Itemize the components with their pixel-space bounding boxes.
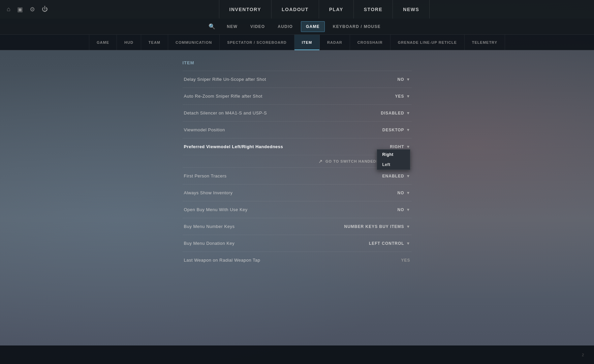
setting-row-open-buy-menu: Open Buy Menu With Use Key NO ▼ (183, 201, 412, 218)
tab-game[interactable]: GAME (301, 21, 325, 32)
dropdown-option-left[interactable]: Left (377, 160, 410, 170)
nav-icons: ⌂ ▣ ⚙ ⏻ (7, 6, 48, 13)
setting-row-viewmodel-position: Viewmodel Position DESKTOP ▼ (183, 121, 412, 138)
setting-label-viewmodel-position: Viewmodel Position (184, 127, 225, 132)
settings-tab-telemetry[interactable]: TELEMETRY (465, 35, 505, 50)
version-text: 2 (582, 353, 584, 357)
content-area: Item Delay Sniper Rifle Un-Scope after S… (0, 50, 594, 278)
setting-row-delay-sniper: Delay Sniper Rifle Un-Scope after Shot N… (183, 71, 412, 88)
setting-row-auto-rezoom: Auto Re-Zoom Sniper Rifle after Shot YES… (183, 88, 412, 104)
setting-row-buy-menu-number-keys: Buy Menu Number Keys NUMBER KEYS BUY ITE… (183, 218, 412, 235)
power-icon[interactable]: ⏻ (42, 6, 48, 13)
external-link-icon: ↗ (318, 159, 323, 164)
tab-video[interactable]: VIDEO (246, 21, 270, 32)
settings-tab-grenade[interactable]: GRENADE LINE-UP RETICLE (390, 35, 465, 50)
setting-label-preferred-handedness: Preferred Viewmodel Left/Right Handednes… (184, 144, 283, 149)
top-nav: ⌂ ▣ ⚙ ⏻ INVENTORY LOADOUT PLAY STORE NEW… (0, 0, 594, 19)
setting-value-text-viewmodel-position: DESKTOP (382, 128, 404, 132)
chevron-down-icon-10: ▼ (406, 241, 410, 246)
setting-label-open-buy-menu: Open Buy Menu With Use Key (184, 207, 248, 212)
chevron-down-icon-9: ▼ (406, 224, 410, 229)
chevron-down-icon: ▼ (406, 77, 410, 82)
setting-value-text-auto-rezoom: YES (395, 94, 404, 99)
setting-value-always-show-inventory[interactable]: NO ▼ (398, 191, 410, 195)
home-icon[interactable]: ⌂ (7, 6, 10, 13)
setting-value-text-open-buy-menu: NO (398, 207, 404, 212)
setting-label-buy-menu-number-keys: Buy Menu Number Keys (184, 224, 235, 229)
setting-row-preferred-handedness: Preferred Viewmodel Left/Right Handednes… (183, 138, 412, 155)
setting-value-delay-sniper[interactable]: NO ▼ (398, 77, 410, 82)
main-nav: INVENTORY LOADOUT PLAY STORE NEWS (61, 0, 587, 19)
settings-panel: Item Delay Sniper Rifle Un-Scope after S… (183, 60, 412, 268)
tv-icon[interactable]: ▣ (17, 6, 23, 13)
settings-tab-hud[interactable]: HUD (117, 35, 141, 50)
second-nav: 🔍 NEW VIDEO AUDIO GAME KEYBOARD / MOUSE (0, 19, 594, 35)
settings-tab-item[interactable]: ITEM (294, 35, 320, 50)
chevron-down-icon-8: ▼ (406, 207, 410, 212)
setting-value-text-last-weapon-radial: YES (401, 258, 410, 263)
chevron-down-icon-2: ▼ (406, 94, 410, 99)
setting-value-text-detach-silencer: DISABLED (381, 111, 404, 115)
setting-value-auto-rezoom[interactable]: YES ▼ (395, 94, 410, 99)
setting-row-always-show-inventory: Always Show Inventory NO ▼ (183, 184, 412, 201)
settings-tab-communication[interactable]: COMMUNICATION (168, 35, 220, 50)
settings-tab-radar[interactable]: RADAR (320, 35, 350, 50)
nav-store[interactable]: STORE (354, 0, 393, 19)
nav-inventory[interactable]: INVENTORY (219, 0, 272, 19)
chevron-down-icon-4: ▼ (406, 128, 410, 132)
setting-value-buy-menu-number-keys[interactable]: NUMBER KEYS BUY ITEMS ▼ (344, 224, 410, 229)
setting-label-auto-rezoom: Auto Re-Zoom Sniper Rifle after Shot (184, 94, 262, 99)
chevron-down-icon-7: ▼ (406, 191, 410, 195)
setting-value-buy-menu-donation-key[interactable]: LEFT CONTROL ▼ (369, 241, 410, 246)
setting-label-delay-sniper: Delay Sniper Rifle Un-Scope after Shot (184, 77, 266, 82)
nav-loadout[interactable]: LOADOUT (272, 0, 319, 19)
settings-tab-game[interactable]: GAME (89, 35, 117, 50)
search-icon[interactable]: 🔍 (209, 23, 215, 30)
dropdown-option-right[interactable]: Right (377, 150, 410, 160)
nav-news[interactable]: NEWS (393, 0, 430, 19)
setting-value-text-always-show-inventory: NO (398, 191, 404, 195)
setting-value-text-buy-menu-donation-key: LEFT CONTROL (369, 241, 404, 246)
chevron-down-icon-6: ▼ (406, 174, 410, 178)
setting-value-last-weapon-radial: YES (401, 258, 410, 263)
setting-value-viewmodel-position[interactable]: DESKTOP ▼ (382, 128, 410, 132)
setting-value-text-preferred-handedness: RIGHT (390, 144, 404, 149)
setting-label-first-person-tracers: First Person Tracers (184, 173, 227, 178)
setting-value-text-delay-sniper: NO (398, 77, 404, 82)
tab-keyboard-mouse[interactable]: KEYBOARD / MOUSE (328, 21, 385, 32)
settings-tab-team[interactable]: TEAM (141, 35, 168, 50)
nav-play[interactable]: PLAY (319, 0, 354, 19)
handedness-dropdown: Right Left (377, 149, 410, 170)
chevron-down-icon-5: ▼ (406, 144, 410, 149)
chevron-down-icon-3: ▼ (406, 111, 410, 115)
setting-value-preferred-handedness[interactable]: RIGHT ▼ Right Left (390, 144, 410, 149)
setting-label-detach-silencer: Detach Silencer on M4A1-S and USP-S (184, 110, 267, 115)
setting-row-buy-menu-donation-key: Buy Menu Donation Key LEFT CONTROL ▼ (183, 235, 412, 252)
setting-value-open-buy-menu[interactable]: NO ▼ (398, 207, 410, 212)
setting-label-last-weapon-radial: Last Weapon on Radial Weapon Tap (184, 258, 260, 263)
setting-label-always-show-inventory: Always Show Inventory (184, 190, 233, 195)
settings-tab-spectator-scoreboard[interactable]: SPECTATOR / SCOREBOARD (220, 35, 294, 50)
setting-row-first-person-tracers: First Person Tracers ENABLED ▼ (183, 167, 412, 184)
bottom-bar: 2 (0, 345, 594, 364)
setting-value-text-buy-menu-number-keys: NUMBER KEYS BUY ITEMS (344, 224, 404, 229)
setting-row-last-weapon-radial: Last Weapon on Radial Weapon Tap YES (183, 252, 412, 268)
tab-new[interactable]: NEW (222, 21, 242, 32)
setting-value-text-first-person-tracers: ENABLED (382, 174, 404, 178)
setting-value-detach-silencer[interactable]: DISABLED ▼ (381, 111, 410, 115)
settings-tab-crosshair[interactable]: CROSSHAIR (350, 35, 390, 50)
setting-row-detach-silencer: Detach Silencer on M4A1-S and USP-S DISA… (183, 104, 412, 121)
settings-nav: GAME HUD TEAM COMMUNICATION SPECTATOR / … (0, 35, 594, 50)
tab-audio[interactable]: AUDIO (273, 21, 298, 32)
setting-value-first-person-tracers[interactable]: ENABLED ▼ (382, 174, 410, 178)
setting-label-buy-menu-donation-key: Buy Menu Donation Key (184, 241, 235, 246)
gear-icon[interactable]: ⚙ (30, 6, 35, 13)
section-title: Item (183, 60, 412, 68)
